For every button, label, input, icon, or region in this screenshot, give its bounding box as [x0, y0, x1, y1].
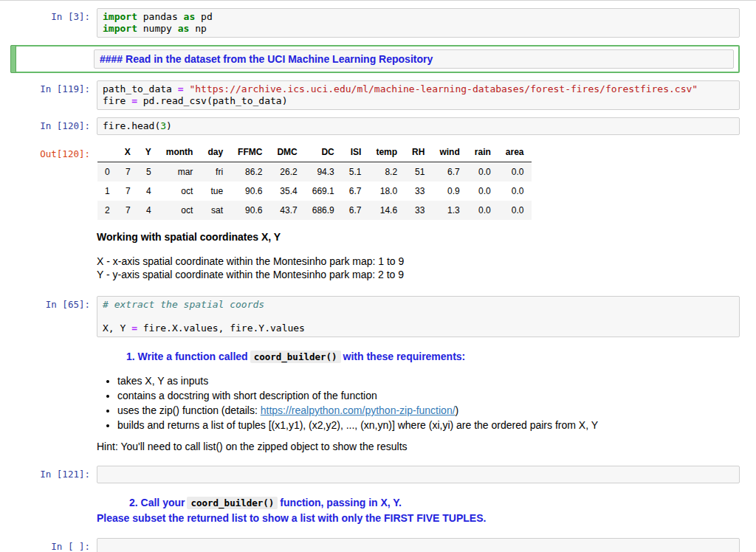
table-cell: oct [159, 182, 201, 201]
table-cell: 94.3 [305, 162, 342, 182]
table-cell: 0.9 [432, 182, 467, 201]
empty-prompt [12, 49, 94, 52]
table-cell: 5.1 [342, 162, 369, 182]
code-line: import numpy as np [103, 23, 734, 35]
requirements-list: takes X, Y as inputscontains a docstring… [108, 373, 740, 432]
table-cell: 4 [138, 201, 159, 220]
table-cell: 51 [405, 162, 432, 182]
table-row: 075marfri86.226.294.35.18.2516.70.00.0 [97, 162, 532, 182]
column-header: month [159, 142, 201, 162]
code-line [103, 469, 734, 480]
table-cell: 0.0 [467, 182, 498, 201]
row-index: 0 [97, 162, 117, 182]
markdown-source-text: #### Read in the dataset from the UCI Ma… [100, 52, 728, 66]
table-cell: mar [159, 162, 201, 182]
table-cell: tue [200, 182, 230, 201]
column-header: Y [138, 142, 159, 162]
table-cell: 33 [405, 182, 432, 201]
column-header: area [498, 142, 532, 162]
column-header: FFMC [230, 142, 269, 162]
list-item: contains a docstring with short descript… [117, 388, 740, 403]
output-prompt: Out[120]: [10, 142, 97, 160]
dataframe-output-table: XYmonthdayFFMCDMCDCISItempRHwindrainarea… [97, 142, 532, 220]
table-cell: 1.3 [432, 201, 467, 220]
hint-text: Hint: You'll need to call list() on the … [97, 440, 740, 454]
input-prompt: In [119]: [10, 80, 97, 95]
code-line [103, 541, 734, 552]
table-cell: 26.2 [269, 162, 304, 182]
column-header: X [117, 142, 138, 162]
code-input[interactable]: # extract the spatial coords X, Y = fire… [97, 296, 740, 337]
task2-heading-line2: Please subset the returned list to show … [97, 511, 740, 525]
table-cell: 686.9 [305, 201, 342, 220]
table-cell: 6.7 [342, 182, 369, 201]
column-header: rain [467, 142, 498, 162]
code-cell-65: In [65]: # extract the spatial coords X,… [10, 296, 740, 337]
task1-heading-pre: 1. Write a function called [126, 351, 248, 362]
table-cell: 7 [117, 182, 138, 201]
input-prompt: In [65]: [10, 296, 97, 311]
table-cell: 90.6 [230, 201, 269, 220]
code-line: fire = pd.read_csv(path_to_data) [103, 95, 734, 107]
column-header: ISI [342, 142, 369, 162]
column-header: RH [405, 142, 432, 162]
code-input[interactable]: fire.head(3) [97, 117, 740, 135]
table-cell: 35.4 [269, 182, 304, 201]
row-index: 2 [97, 201, 117, 220]
table-cell: 6.7 [432, 162, 467, 182]
table-cell: 18.0 [368, 182, 405, 201]
code-line: import pandas as pd [103, 11, 734, 23]
table-cell: 7 [117, 201, 138, 220]
code-input-empty[interactable] [97, 538, 740, 552]
table-cell: oct [159, 201, 201, 220]
table-cell: sat [200, 201, 230, 220]
code-line: fire.head(3) [103, 120, 734, 132]
column-header: day [200, 142, 230, 162]
markdown-cell-task2: 2. Call yourcoord_builder()function, pas… [10, 495, 740, 525]
empty-prompt [10, 349, 97, 352]
code-input[interactable]: path_to_data = "https://archive.ics.uci.… [97, 80, 740, 110]
code-cell-120: In [120]: fire.head(3) [10, 117, 740, 135]
markdown-bold-title: Working with spatial coordinates X, Y [97, 230, 740, 244]
table-row: 174octtue90.635.4669.16.718.0330.90.00.0 [97, 182, 532, 201]
table-cell: 4 [138, 182, 159, 201]
markdown-line-y: Y - y-axis spatial coordinate within the… [97, 269, 404, 280]
empty-prompt [10, 495, 97, 498]
code-cell-121: In [121]: [10, 466, 740, 483]
markdown-cell-task1: 1. Write a function calledcoord_builder(… [10, 349, 740, 454]
code-line [103, 311, 734, 322]
task1-heading: 1. Write a function calledcoord_builder(… [97, 349, 740, 365]
task2-heading-post: function, passing in X, Y. [280, 497, 402, 508]
markdown-link[interactable]: https://realpython.com/python-zip-functi… [261, 404, 456, 416]
table-cell: 0.0 [467, 201, 498, 220]
markdown-line-x: X - x-axis spatial coordinate within the… [97, 255, 404, 267]
list-item: takes X, Y as inputs [117, 373, 740, 388]
table-header-row: XYmonthdayFFMCDMCDCISItempRHwindrainarea [97, 142, 532, 162]
markdown-cell-selected[interactable]: #### Read in the dataset from the UCI Ma… [10, 45, 740, 73]
table-cell: 14.6 [368, 201, 405, 220]
table-cell: fri [200, 162, 230, 182]
markdown-source-editor[interactable]: #### Read in the dataset from the UCI Ma… [94, 49, 734, 69]
code-input[interactable]: import pandas as pdimport numpy as np [97, 8, 740, 38]
code-line: # extract the spatial coords [103, 299, 734, 311]
code-line: path_to_data = "https://archive.ics.uci.… [103, 83, 734, 95]
column-header: wind [432, 142, 467, 162]
inline-code-chip: coord_builder() [187, 497, 278, 509]
code-input-empty[interactable] [97, 466, 740, 483]
input-prompt: In [3]: [10, 8, 97, 23]
task2-heading-line1: 2. Call yourcoord_builder()function, pas… [97, 495, 740, 511]
table-cell: 5 [138, 162, 159, 182]
table-cell: 8.2 [368, 162, 405, 182]
table-cell: 0.0 [498, 201, 532, 220]
notebook-page: In [3]: import pandas as pdimport numpy … [0, 0, 756, 552]
table-cell: 0.0 [467, 162, 498, 182]
table-cell: 0.0 [498, 162, 532, 182]
column-header: temp [368, 142, 405, 162]
output-cell-120: Out[120]: XYmonthdayFFMCDMCDCISItempRHwi… [10, 142, 740, 220]
column-header: DMC [269, 142, 304, 162]
input-prompt: In [ ]: [10, 538, 97, 552]
inline-code-chip: coord_builder() [250, 351, 341, 363]
task2-heading-pre: 2. Call your [129, 497, 185, 508]
input-prompt: In [120]: [10, 117, 97, 132]
code-cell-119: In [119]: path_to_data = "https://archiv… [10, 80, 740, 110]
